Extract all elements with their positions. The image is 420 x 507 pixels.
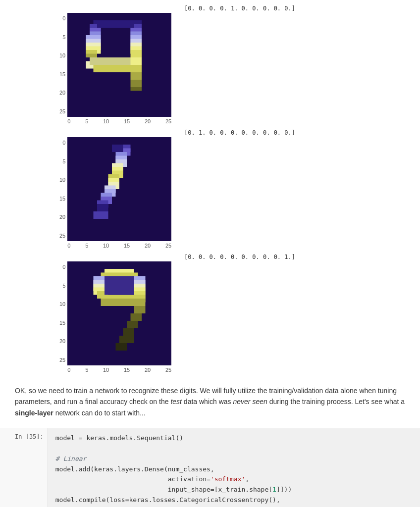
y-label-1-15: 15 bbox=[59, 71, 65, 77]
svg-rect-25 bbox=[131, 72, 142, 80]
svg-rect-71 bbox=[119, 336, 134, 343]
plot-wrapper-2: 0 5 10 15 20 25 bbox=[59, 137, 171, 249]
plot-title-2: [0. 1. 0. 0. 0. 0. 0. 0. 0. 0.] bbox=[184, 129, 295, 136]
plot-section-3: [0. 0. 0. 0. 0. 0. 0. 0. 0. 1.] 0 5 10 1… bbox=[0, 254, 420, 373]
plot-wrapper-1: 0 5 10 15 20 25 bbox=[59, 13, 171, 124]
code-line-1: model = keras.models.Sequential() bbox=[55, 433, 413, 444]
svg-rect-48 bbox=[112, 145, 123, 152]
y-axis-2: 0 5 10 15 20 25 bbox=[59, 137, 65, 241]
y-label-1-25: 25 bbox=[59, 108, 65, 114]
svg-rect-65 bbox=[131, 313, 142, 321]
italic-test: test bbox=[170, 398, 182, 406]
svg-rect-67 bbox=[123, 328, 135, 336]
svg-rect-10 bbox=[86, 54, 98, 58]
mnist-image-1 bbox=[67, 137, 171, 241]
svg-rect-27 bbox=[131, 87, 142, 91]
svg-rect-69 bbox=[101, 299, 138, 306]
code-block[interactable]: model = keras.models.Sequential() # Line… bbox=[48, 428, 420, 507]
description-text: OK, so we need to train a network to rec… bbox=[0, 378, 420, 426]
y-label-1-10: 10 bbox=[59, 52, 65, 58]
cell-label: In [35]: bbox=[0, 428, 48, 507]
plot-section-2: [0. 1. 0. 0. 0. 0. 0. 0. 0. 0.] 0 5 10 1… bbox=[0, 129, 420, 249]
svg-rect-66 bbox=[127, 321, 138, 328]
plot-section-1: [0. 0. 0. 0. 1. 0. 0. 0. 0. 0.] 0 5 10 1… bbox=[0, 5, 420, 124]
svg-rect-72 bbox=[116, 343, 127, 351]
svg-rect-22 bbox=[131, 50, 142, 57]
y-label-1-20: 20 bbox=[59, 90, 65, 96]
bold-single-layer: single-layer bbox=[15, 409, 53, 417]
plot-title-1: [0. 0. 0. 0. 1. 0. 0. 0. 0. 0.] bbox=[184, 5, 295, 12]
code-cell-35: In [35]: model = keras.models.Sequential… bbox=[0, 428, 420, 507]
plot-wrapper-3: 0 5 10 15 20 25 bbox=[59, 261, 171, 373]
svg-rect-47 bbox=[94, 211, 108, 219]
main-container: [0. 0. 0. 0. 1. 0. 0. 0. 0. 0.] 0 5 10 1… bbox=[0, 0, 420, 507]
code-line-6: model.compile(loss=keras.losses.Categori… bbox=[55, 495, 413, 506]
svg-rect-28 bbox=[97, 20, 134, 28]
code-line-4: activation='softmax', bbox=[55, 474, 413, 485]
svg-rect-70 bbox=[105, 276, 134, 295]
svg-rect-46 bbox=[97, 204, 108, 211]
mnist-image-9 bbox=[67, 261, 171, 365]
x-axis-2: 0 5 10 15 20 25 bbox=[67, 241, 171, 249]
description-paragraph: OK, so we need to train a network to rec… bbox=[15, 385, 405, 418]
plot-title-3: [0. 0. 0. 0. 0. 0. 0. 0. 0. 1.] bbox=[184, 254, 295, 260]
y-label-1-5: 5 bbox=[59, 34, 65, 40]
canvas-area-3: 0 5 10 15 20 25 bbox=[67, 261, 171, 373]
italic-never-seen: never seen bbox=[233, 398, 267, 406]
y-axis-3: 0 5 10 15 20 25 bbox=[59, 261, 65, 365]
svg-rect-26 bbox=[131, 80, 142, 87]
svg-rect-23 bbox=[131, 57, 142, 65]
canvas-area-1: 0 5 10 15 20 25 bbox=[67, 13, 171, 124]
x-axis-3: 0 5 10 15 20 25 bbox=[67, 365, 171, 373]
code-line-blank bbox=[55, 444, 413, 454]
svg-rect-64 bbox=[134, 306, 146, 313]
x-axis-1: 0 5 10 15 20 25 bbox=[67, 117, 171, 124]
y-axis-1: 0 5 10 15 20 25 bbox=[59, 13, 65, 117]
code-line-5: input_shape=[x_train.shape[1]])) bbox=[55, 485, 413, 495]
code-line-comment: # Linear bbox=[55, 454, 413, 464]
y-label-1-0: 0 bbox=[59, 15, 65, 21]
mnist-image-4 bbox=[67, 13, 171, 117]
svg-rect-24 bbox=[131, 65, 142, 72]
canvas-area-2: 0 5 10 15 20 25 bbox=[67, 137, 171, 249]
svg-rect-13 bbox=[94, 65, 135, 72]
code-line-3: model.add(keras.layers.Dense(num_classes… bbox=[55, 464, 413, 475]
